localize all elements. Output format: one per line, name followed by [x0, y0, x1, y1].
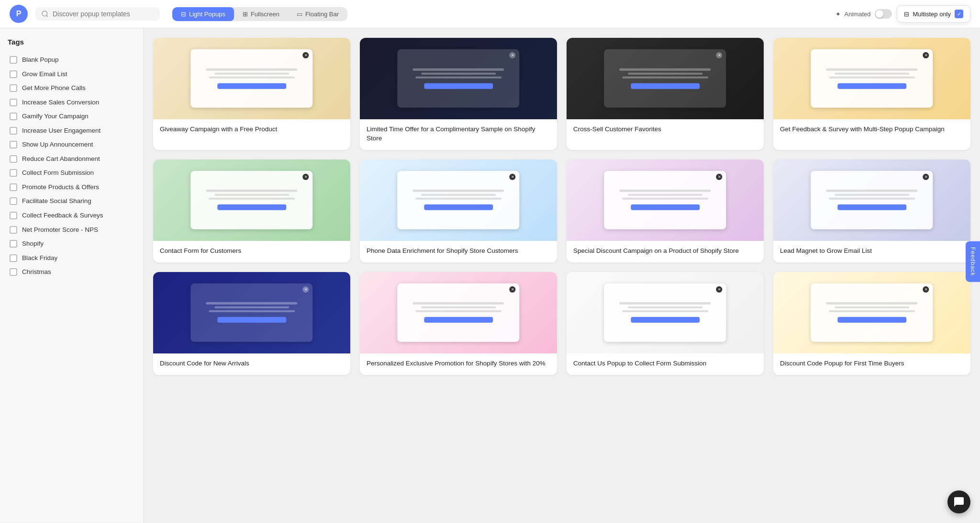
card-title-card-7: Special Discount Campaign on a Product o… [567, 241, 764, 262]
tag-item-show-up-announcement[interactable]: Show Up Announcement [8, 137, 135, 152]
card-title-card-4: Get Feedback & Survey with Multi-Step Po… [773, 119, 970, 141]
tag-label-collect-feedback-surveys: Collect Feedback & Surveys [22, 211, 103, 220]
card-image-card-12: ✕ [773, 272, 970, 353]
card-image-card-2: ✕ [360, 38, 557, 119]
tag-label-grow-email-list: Grow Email List [22, 70, 67, 79]
card-title-card-1: Giveaway Campaign with a Free Product [153, 119, 350, 141]
animated-toggle-switch[interactable] [875, 9, 892, 19]
card-title-card-6: Phone Data Enrichment for Shopify Store … [360, 241, 557, 262]
card-card-12[interactable]: ✕ Discount Code Popup for First Time Buy… [773, 272, 970, 375]
tag-item-increase-sales-conversion[interactable]: Increase Sales Conversion [8, 95, 135, 110]
card-title-card-5: Contact Form for Customers [153, 241, 350, 262]
tags-list: Blank Popup Grow Email List Get More Pho… [8, 53, 135, 279]
tag-item-increase-user-engagement[interactable]: Increase User Engagement [8, 124, 135, 138]
tag-item-grow-email-list[interactable]: Grow Email List [8, 67, 135, 81]
card-card-11[interactable]: ✕ Contact Us Popup to Collect Form Submi… [567, 272, 764, 375]
card-card-5[interactable]: ✕ Contact Form for Customers [153, 159, 350, 262]
tag-item-gamify-your-campaign[interactable]: Gamify Your Campaign [8, 109, 135, 124]
tag-item-get-more-phone-calls[interactable]: Get More Phone Calls [8, 81, 135, 95]
card-card-9[interactable]: ✕ Discount Code for New Arrivals [153, 272, 350, 375]
tab-light-popups[interactable]: ⊟ Light Popups [172, 7, 234, 21]
card-card-4[interactable]: ✕ Get Feedback & Survey with Multi-Step … [773, 38, 970, 150]
card-card-8[interactable]: ✕ Lead Magnet to Grow Email List [773, 159, 970, 262]
card-card-1[interactable]: ✕ Giveaway Campaign with a Free Product [153, 38, 350, 150]
card-title-card-3: Cross-Sell Customer Favorites [567, 119, 764, 141]
tag-label-net-promoter-score: Net Promoter Score - NPS [22, 226, 98, 234]
tag-checkbox-net-promoter-score[interactable] [10, 226, 17, 234]
fullscreen-icon: ⊞ [243, 11, 248, 18]
card-card-3[interactable]: ✕ Cross-Sell Customer Favorites [567, 38, 764, 150]
card-image-card-4: ✕ [773, 38, 970, 119]
animated-label: Animated [845, 11, 871, 18]
logo: P [10, 5, 28, 23]
tag-item-facilitate-social-sharing[interactable]: Facilitate Social Sharing [8, 194, 135, 208]
toggle-knob [876, 10, 883, 18]
card-image-card-10: ✕ [360, 272, 557, 353]
tag-label-christmas: Christmas [22, 268, 51, 276]
tag-checkbox-shopify[interactable] [10, 240, 17, 248]
multistep-icon: ⊟ [904, 11, 909, 18]
card-title-card-2: Limited Time Offer for a Complimentary S… [360, 119, 557, 150]
tag-item-collect-feedback-surveys[interactable]: Collect Feedback & Surveys [8, 208, 135, 223]
tag-label-promote-products-offers: Promote Products & Offers [22, 183, 99, 192]
floating-bar-icon: ▭ [297, 11, 302, 18]
tag-item-shopify[interactable]: Shopify [8, 237, 135, 251]
card-card-2[interactable]: ✕ Limited Time Offer for a Complimentary… [360, 38, 557, 150]
card-image-card-9: ✕ [153, 272, 350, 353]
tab-group: ⊟ Light Popups ⊞ Fullscreen ▭ Floating B… [172, 7, 347, 21]
tag-checkbox-increase-user-engagement[interactable] [10, 127, 17, 135]
search-input[interactable] [53, 10, 148, 18]
tag-item-promote-products-offers[interactable]: Promote Products & Offers [8, 180, 135, 194]
tag-checkbox-christmas[interactable] [10, 268, 17, 276]
tag-checkbox-collect-form-submission[interactable] [10, 169, 17, 177]
card-card-7[interactable]: ✕ Special Discount Campaign on a Product… [567, 159, 764, 262]
cards-grid: ✕ Giveaway Campaign with a Free Product … [153, 38, 970, 375]
tag-checkbox-gamify-your-campaign[interactable] [10, 113, 17, 120]
tags-title: Tags [8, 38, 135, 46]
tag-label-gamify-your-campaign: Gamify Your Campaign [22, 112, 89, 121]
tag-checkbox-reduce-cart-abandonment[interactable] [10, 155, 17, 163]
tag-item-black-friday[interactable]: Black Friday [8, 251, 135, 265]
animated-toggle[interactable]: ✦ Animated [835, 9, 892, 19]
tag-checkbox-increase-sales-conversion[interactable] [10, 99, 17, 106]
card-title-card-9: Discount Code for New Arrivals [153, 353, 350, 375]
tag-checkbox-facilitate-social-sharing[interactable] [10, 197, 17, 205]
feedback-button[interactable]: Feedback [966, 241, 980, 282]
tag-label-reduce-cart-abandonment: Reduce Cart Abandonment [22, 155, 100, 163]
tag-label-shopify: Shopify [22, 239, 44, 248]
card-image-card-5: ✕ [153, 159, 350, 241]
card-card-6[interactable]: ✕ Phone Data Enrichment for Shopify Stor… [360, 159, 557, 262]
tag-label-increase-sales-conversion: Increase Sales Conversion [22, 98, 99, 107]
card-image-card-1: ✕ [153, 38, 350, 119]
tag-checkbox-grow-email-list[interactable] [10, 70, 17, 78]
tag-label-facilitate-social-sharing: Facilitate Social Sharing [22, 197, 91, 205]
tag-item-reduce-cart-abandonment[interactable]: Reduce Cart Abandonment [8, 152, 135, 166]
light-popups-icon: ⊟ [181, 11, 186, 18]
layout: Tags Blank Popup Grow Email List Get Mor… [0, 28, 980, 523]
tag-item-christmas[interactable]: Christmas [8, 265, 135, 279]
sidebar: Tags Blank Popup Grow Email List Get Mor… [0, 28, 144, 523]
search-bar[interactable] [35, 7, 160, 21]
multistep-dropdown[interactable]: ⊟ Multistep only ✓ [897, 5, 970, 23]
tag-label-blank-popup: Blank Popup [22, 56, 59, 64]
tag-checkbox-show-up-announcement[interactable] [10, 141, 17, 148]
chat-bubble-button[interactable] [947, 490, 970, 513]
tag-checkbox-black-friday[interactable] [10, 254, 17, 262]
card-card-10[interactable]: ✕ Personalized Exclusive Promotion for S… [360, 272, 557, 375]
sparkle-icon: ✦ [835, 11, 841, 18]
tag-checkbox-get-more-phone-calls[interactable] [10, 84, 17, 92]
tag-checkbox-collect-feedback-surveys[interactable] [10, 212, 17, 219]
tag-item-blank-popup[interactable]: Blank Popup [8, 53, 135, 67]
card-title-card-10: Personalized Exclusive Promotion for Sho… [360, 353, 557, 375]
card-title-card-8: Lead Magnet to Grow Email List [773, 241, 970, 262]
tag-label-collect-form-submission: Collect Form Submission [22, 169, 94, 177]
tag-item-collect-form-submission[interactable]: Collect Form Submission [8, 166, 135, 180]
tag-checkbox-promote-products-offers[interactable] [10, 183, 17, 191]
tag-checkbox-blank-popup[interactable] [10, 56, 17, 64]
multistep-check: ✓ [955, 10, 963, 18]
tab-fullscreen[interactable]: ⊞ Fullscreen [234, 7, 288, 21]
tab-floating-bar[interactable]: ▭ Floating Bar [288, 7, 347, 21]
card-image-card-8: ✕ [773, 159, 970, 241]
tag-item-net-promoter-score[interactable]: Net Promoter Score - NPS [8, 223, 135, 237]
tag-label-increase-user-engagement: Increase User Engagement [22, 126, 100, 135]
